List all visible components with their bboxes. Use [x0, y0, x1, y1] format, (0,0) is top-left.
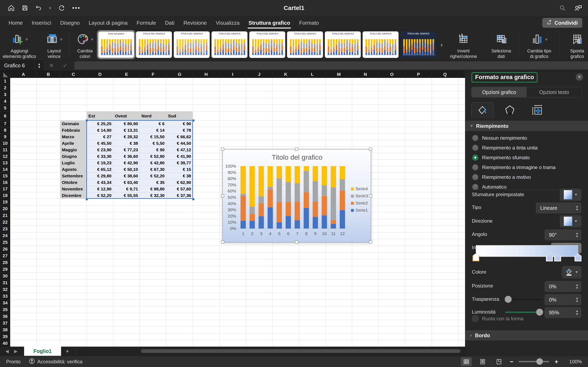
cell-F7[interactable]: € 6	[140, 120, 166, 127]
cell-N2[interactable]	[352, 85, 379, 91]
cell-R26[interactable]	[458, 246, 465, 253]
cell-G16[interactable]: € 62,90	[166, 179, 193, 186]
cell-R31[interactable]	[458, 280, 465, 286]
cell-O20[interactable]	[379, 206, 405, 212]
cell-M35[interactable]	[326, 307, 352, 313]
cell-B33[interactable]	[37, 293, 60, 300]
cell-G5[interactable]	[166, 105, 193, 111]
cell-F22[interactable]	[140, 219, 166, 226]
cell-B10[interactable]	[37, 140, 60, 147]
size-properties-icon-tab[interactable]	[526, 102, 548, 118]
cell-M39[interactable]	[326, 333, 352, 340]
cell-P15[interactable]	[405, 173, 432, 179]
cell-A35[interactable]	[10, 307, 37, 313]
cell-L6[interactable]	[299, 111, 326, 120]
cell-N8[interactable]	[352, 127, 379, 133]
cell-H16[interactable]	[193, 179, 219, 186]
cell-F40[interactable]	[140, 340, 166, 347]
cell-R2[interactable]	[458, 85, 465, 91]
cell-I32[interactable]	[219, 286, 246, 293]
ribbon-tab-revisione[interactable]: Revisione	[179, 16, 211, 30]
cell-D3[interactable]	[87, 91, 113, 98]
cell-C9[interactable]: Marzo	[60, 133, 87, 140]
cell-E18[interactable]: € 55,55	[113, 192, 140, 199]
name-box[interactable]: Grafico 6	[0, 60, 34, 71]
row-header-3[interactable]: 3	[0, 91, 10, 98]
cell-K6[interactable]	[273, 111, 299, 120]
cell-O15[interactable]	[379, 173, 405, 179]
cell-D20[interactable]	[87, 206, 113, 212]
cell-L37[interactable]	[299, 320, 326, 327]
cell-Q36[interactable]	[432, 313, 458, 320]
cell-H24[interactable]	[193, 233, 219, 239]
cell-P8[interactable]	[405, 127, 432, 133]
row-header-39[interactable]: 39	[0, 333, 10, 340]
cell-C30[interactable]	[60, 273, 87, 280]
radio-icon[interactable]	[472, 174, 478, 180]
row-header-15[interactable]: 15	[0, 173, 10, 179]
next-sheet-icon[interactable]: ▶	[14, 349, 17, 354]
cell-Q1[interactable]	[432, 78, 458, 85]
cell-H22[interactable]	[193, 219, 219, 226]
cell-E36[interactable]	[113, 313, 140, 320]
cell-P17[interactable]	[405, 186, 432, 192]
cell-R23[interactable]	[458, 226, 465, 233]
cell-F18[interactable]: € 32,30	[140, 192, 166, 199]
cell-Q23[interactable]	[432, 226, 458, 233]
cell-F16[interactable]: € 35	[140, 179, 166, 186]
cell-O1[interactable]	[379, 78, 405, 85]
cell-P37[interactable]	[405, 320, 432, 327]
cell-I34[interactable]	[219, 300, 246, 307]
normal-view-icon[interactable]	[461, 357, 472, 366]
cell-M37[interactable]	[326, 320, 352, 327]
cell-G31[interactable]	[166, 280, 193, 286]
cell-F9[interactable]: € 15,50	[140, 133, 166, 140]
cell-C40[interactable]	[60, 340, 87, 347]
cell-I3[interactable]	[219, 91, 246, 98]
cell-G32[interactable]	[166, 286, 193, 293]
cell-L28[interactable]	[299, 259, 326, 266]
cell-G21[interactable]	[166, 212, 193, 219]
cell-F27[interactable]	[140, 253, 166, 259]
cell-B14[interactable]	[37, 166, 60, 173]
cell-F17[interactable]: € 88,80	[140, 186, 166, 192]
cell-L34[interactable]	[299, 300, 326, 307]
ribbon-tab-layout-di-pagina[interactable]: Layout di pagina	[84, 16, 132, 30]
cell-G39[interactable]	[166, 333, 193, 340]
confirm-entry-icon[interactable]: ✓	[63, 62, 67, 69]
cell-R13[interactable]	[458, 160, 465, 166]
cell-F23[interactable]	[140, 226, 166, 233]
cell-R19[interactable]	[458, 199, 465, 206]
cell-J30[interactable]	[246, 273, 273, 280]
row-header-9[interactable]: 9	[0, 133, 10, 140]
cell-J4[interactable]	[246, 98, 273, 105]
cell-M26[interactable]	[326, 246, 352, 253]
row-header-10[interactable]: 10	[0, 140, 10, 147]
cell-A19[interactable]	[10, 199, 37, 206]
cell-H9[interactable]	[193, 133, 219, 140]
cell-N9[interactable]	[352, 133, 379, 140]
column-header-A[interactable]: A	[10, 71, 37, 78]
cell-B7[interactable]	[37, 120, 60, 127]
close-pane-icon[interactable]: ✕	[576, 73, 583, 81]
cell-D1[interactable]	[87, 78, 113, 85]
cell-B37[interactable]	[37, 320, 60, 327]
cell-F29[interactable]	[140, 266, 166, 273]
cell-E11[interactable]: € 77,23	[113, 147, 140, 153]
cell-Q33[interactable]	[432, 293, 458, 300]
cell-P11[interactable]	[405, 147, 432, 153]
zoom-level[interactable]: 100%	[563, 359, 582, 365]
cell-R35[interactable]	[458, 307, 465, 313]
cell-E12[interactable]: € 36,60	[113, 153, 140, 160]
cell-N29[interactable]	[352, 266, 379, 273]
cell-D38[interactable]	[87, 327, 113, 333]
ribbon-tab-formule[interactable]: Formule	[132, 16, 160, 30]
cell-I28[interactable]	[219, 259, 246, 266]
column-header-F[interactable]: F	[140, 71, 166, 78]
cell-K28[interactable]	[273, 259, 299, 266]
cell-D6[interactable]: Est	[87, 111, 113, 120]
chart-resize-handle[interactable]	[295, 240, 298, 244]
cell-H33[interactable]	[193, 293, 219, 300]
cell-G6[interactable]: Sud	[166, 111, 193, 120]
cell-J33[interactable]	[246, 293, 273, 300]
